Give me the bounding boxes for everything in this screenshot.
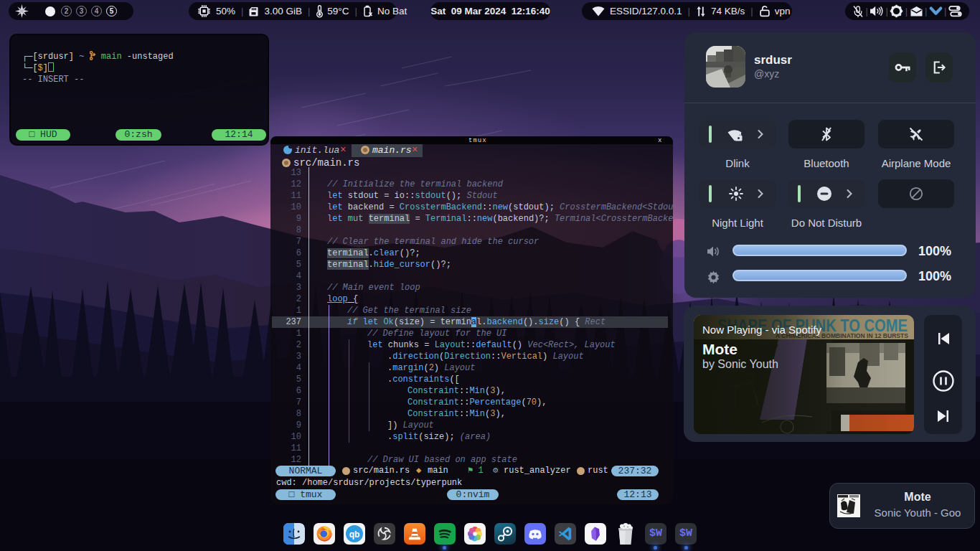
svg-text:qb: qb <box>349 529 360 540</box>
